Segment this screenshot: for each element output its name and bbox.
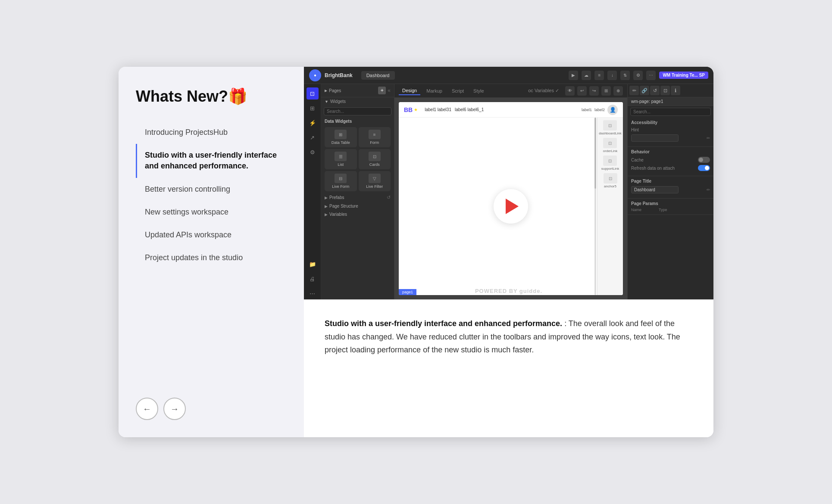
sidebar-item-version-control[interactable]: Better version controlling bbox=[136, 178, 287, 201]
sidebar-item-apis[interactable]: Updated APIs workspace bbox=[136, 224, 287, 246]
cache-row: Cache bbox=[631, 157, 710, 163]
rail-folder-icon[interactable]: 📁 bbox=[307, 258, 319, 270]
canvas-grid-icon[interactable]: ⊞ bbox=[601, 86, 611, 96]
rail-db-icon[interactable]: ⊞ bbox=[307, 102, 319, 114]
props-search-input[interactable] bbox=[630, 108, 711, 116]
cache-label: Cache bbox=[631, 158, 644, 162]
rail-dots-icon[interactable]: ⋯ bbox=[307, 287, 319, 299]
share-icon[interactable]: ⇅ bbox=[620, 71, 630, 80]
variables-section[interactable]: ▶ Variables bbox=[321, 210, 394, 218]
canvas-page-tab[interactable]: page1 bbox=[399, 289, 416, 295]
sidebar-collapse-button[interactable]: « bbox=[388, 87, 391, 93]
behavior-section: Behavior Cache Refresh data on attach bbox=[628, 147, 713, 176]
rail-print-icon[interactable]: 🖨 bbox=[307, 273, 319, 285]
rail-events-icon[interactable]: ⚡ bbox=[307, 117, 319, 129]
webpage-logo: BB ★ bbox=[404, 106, 418, 113]
sidebar-item-settings[interactable]: New settings workspace bbox=[136, 201, 287, 224]
tab-design[interactable]: Design bbox=[399, 87, 420, 95]
page-title-edit-icon[interactable]: ✏ bbox=[707, 187, 710, 192]
canvas-undo-icon[interactable]: ↩ bbox=[577, 86, 587, 96]
rail-config-icon[interactable]: ⚙ bbox=[307, 146, 319, 158]
tab-style[interactable]: Style bbox=[470, 87, 487, 95]
page-params-section: Page Params Name Type bbox=[628, 199, 713, 215]
form-widget[interactable]: ≡ Form bbox=[359, 127, 391, 147]
add-page-button[interactable]: + bbox=[378, 87, 386, 94]
download-icon[interactable]: ↓ bbox=[607, 71, 617, 80]
play-icon[interactable]: ▶ bbox=[569, 71, 578, 80]
hint-edit-icon[interactable]: ✏ bbox=[707, 136, 710, 140]
page-title-section: Page Title ✏ bbox=[628, 176, 713, 199]
cache-toggle[interactable] bbox=[698, 157, 710, 163]
list-label: List bbox=[338, 162, 344, 167]
description-text: Studio with a user-friendly interface an… bbox=[325, 317, 693, 357]
settings-icon[interactable]: ⚙ bbox=[633, 71, 643, 80]
tab-markup[interactable]: Markup bbox=[423, 87, 446, 95]
cloud-icon[interactable]: ☁ bbox=[582, 71, 591, 80]
nav-link-1: label1 label31 bbox=[425, 107, 451, 112]
tab-script[interactable]: Script bbox=[448, 87, 467, 95]
cards-widget[interactable]: ⊡ Cards bbox=[359, 149, 391, 169]
play-button[interactable] bbox=[494, 189, 528, 224]
thumb-order-link[interactable]: ⊡ orderLink bbox=[603, 138, 617, 153]
page-structure-label: Page Structure bbox=[329, 204, 358, 208]
studio-sidebar: ▶ Pages + « ▼ Widgets bbox=[321, 84, 394, 299]
props-refresh-icon[interactable]: ↺ bbox=[650, 86, 660, 95]
props-edit-icon[interactable]: ✏ bbox=[629, 86, 639, 95]
variables-button[interactable]: oc Variables ✓ bbox=[525, 87, 563, 95]
nav-label2: label2 bbox=[594, 108, 605, 112]
data-table-label: Data Table bbox=[332, 140, 350, 145]
thumb-support-link[interactable]: ⊡ supportLink bbox=[601, 156, 619, 171]
description-bold: Studio with a user-friendly interface an… bbox=[325, 319, 562, 328]
user-badge[interactable]: WM Training Te... SP bbox=[659, 72, 708, 79]
canvas-zoom-icon[interactable]: ⊕ bbox=[613, 86, 623, 96]
page-structure-section[interactable]: ▶ Page Structure bbox=[321, 202, 394, 210]
studio-body: ⊡ ⊞ ⚡ ↗ ⚙ 📁 🖨 ⋯ ▶ bbox=[304, 84, 713, 299]
logo-text: BB bbox=[404, 106, 413, 113]
sidebar-item-project-updates[interactable]: Project updates in the studio bbox=[136, 246, 287, 269]
more-icon[interactable]: ⋯ bbox=[646, 71, 656, 80]
live-filter-widget[interactable]: ▽ Live Filter bbox=[359, 171, 391, 191]
props-link-icon[interactable]: 🔗 bbox=[640, 86, 649, 95]
page-title-input[interactable] bbox=[631, 186, 679, 193]
thumb-anchor5[interactable]: ⊡ anchor5 bbox=[604, 173, 617, 188]
webpage-nav-right: label1 label2 👤 bbox=[582, 105, 618, 115]
hint-input[interactable] bbox=[631, 134, 679, 142]
live-filter-label: Live Filter bbox=[366, 184, 383, 189]
sidebar-item-introducing[interactable]: Introducing ProjectsHub bbox=[136, 121, 287, 144]
props-copy-icon[interactable]: ⊡ bbox=[660, 86, 670, 95]
prefabs-refresh-icon[interactable]: ↺ bbox=[387, 195, 391, 200]
prefabs-section[interactable]: ▶ Prefabs ↺ bbox=[321, 193, 394, 202]
page-params-header: Page Params bbox=[631, 201, 710, 206]
thumb-dashboard-link[interactable]: ⊡ dashboardLink bbox=[599, 120, 621, 135]
page-title-label: Page Title bbox=[631, 179, 710, 184]
webpage-body: ⊡ dashboardLink ⊡ orderLink bbox=[399, 118, 623, 295]
hint-input-row: ✏ bbox=[631, 134, 710, 142]
powered-by-prefix: POWERED BY bbox=[475, 288, 518, 294]
menu-icon[interactable]: ≡ bbox=[594, 71, 604, 80]
rail-routes-icon[interactable]: ↗ bbox=[307, 131, 319, 143]
list-widget[interactable]: ☰ List bbox=[325, 149, 357, 169]
rail-pages-icon[interactable]: ⊡ bbox=[307, 87, 319, 100]
logo-star-icon: ★ bbox=[414, 107, 418, 112]
thumb-icon-2: ⊡ bbox=[603, 138, 617, 148]
canvas-eye-icon[interactable]: 👁 bbox=[565, 86, 575, 96]
studio-tab[interactable]: Dashboard bbox=[361, 71, 395, 80]
screenshot-area: ● BrightBank Dashboard ▶ ☁ ≡ ↓ ⇅ ⚙ ⋯ WM … bbox=[304, 67, 713, 299]
sidebar-search-input[interactable] bbox=[324, 107, 391, 115]
props-info-icon[interactable]: ℹ bbox=[671, 86, 680, 95]
page-params-title: Page Params bbox=[631, 201, 658, 206]
form-label: Form bbox=[370, 140, 379, 145]
next-button[interactable]: → bbox=[163, 398, 186, 420]
live-form-widget[interactable]: ⊟ Live Form bbox=[325, 171, 357, 191]
data-table-widget[interactable]: ⊞ Data Table bbox=[325, 127, 357, 147]
prev-button[interactable]: ← bbox=[136, 398, 158, 420]
prefabs-label: Prefabs bbox=[329, 195, 344, 200]
refresh-toggle[interactable] bbox=[698, 165, 710, 171]
canvas-redo-icon[interactable]: ↪ bbox=[589, 86, 599, 96]
right-panel: ● BrightBank Dashboard ▶ ☁ ≡ ↓ ⇅ ⚙ ⋯ WM … bbox=[304, 67, 713, 437]
live-form-label: Live Form bbox=[332, 184, 349, 189]
webpage-avatar: 👤 bbox=[607, 105, 618, 115]
sidebar-item-studio-ui[interactable]: Studio with a user-friendly interface an… bbox=[136, 144, 287, 177]
powered-by-brand: guidde. bbox=[519, 288, 542, 294]
thumb-icon-1: ⊡ bbox=[603, 120, 617, 131]
